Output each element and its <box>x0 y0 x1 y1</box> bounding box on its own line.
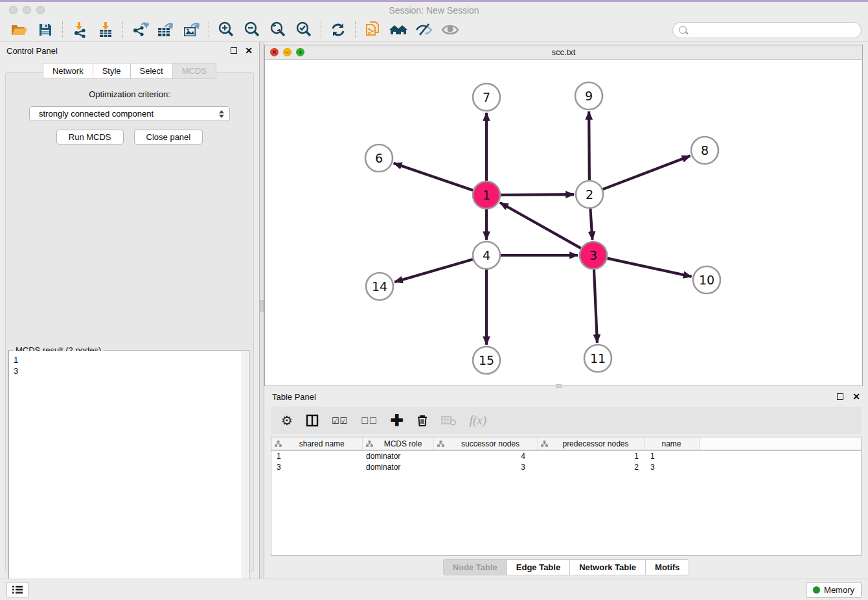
edge-3-10[interactable] <box>607 259 691 277</box>
table-cell[interactable]: 1 <box>271 450 362 461</box>
network-view-window: scc.txt ✕ − + 7968124314101511 <box>264 45 863 386</box>
tab-style[interactable]: Style <box>93 63 130 79</box>
close-table-panel-icon[interactable]: ✕ <box>852 392 860 401</box>
column-header-shared-name[interactable]: shared name <box>271 437 362 450</box>
node-4[interactable]: 4 <box>473 242 500 269</box>
edge-2-3[interactable] <box>590 209 592 240</box>
show-panels-button[interactable] <box>437 20 463 40</box>
node-8[interactable]: 8 <box>691 137 718 164</box>
table-settings-button[interactable]: ⚙ <box>281 413 293 428</box>
table-cell[interactable]: dominator <box>362 450 433 461</box>
tab-select[interactable]: Select <box>130 63 172 79</box>
export-network-button[interactable] <box>127 20 153 40</box>
add-column-button[interactable]: ✚ <box>391 413 404 428</box>
duplicate-network-button[interactable] <box>360 20 385 40</box>
edge-1-6[interactable] <box>394 163 473 190</box>
node-15[interactable]: 15 <box>473 347 500 374</box>
toolbar-separator <box>321 21 321 38</box>
zoom-fit-button[interactable] <box>265 20 291 40</box>
delete-table-button[interactable] <box>441 415 457 426</box>
splitter-grip[interactable] <box>260 300 264 312</box>
tab-edge-table[interactable]: Edge Table <box>507 559 569 575</box>
node-6[interactable]: 6 <box>365 144 393 172</box>
export-table-button[interactable] <box>153 20 179 40</box>
float-panel-icon[interactable] <box>231 47 237 54</box>
table-cell[interactable]: 3 <box>271 461 362 472</box>
vertical-splitter[interactable] <box>260 42 264 579</box>
edge-2-8[interactable] <box>603 156 691 190</box>
table-cell[interactable]: 2 <box>537 461 644 472</box>
refresh-button[interactable] <box>325 20 351 40</box>
search-box[interactable] <box>672 22 862 38</box>
node-10[interactable]: 10 <box>693 266 720 294</box>
svg-text:15: 15 <box>479 353 494 367</box>
delete-column-button[interactable] <box>417 414 428 427</box>
zoom-out-button[interactable] <box>239 20 265 40</box>
table-cell[interactable]: 4 <box>433 450 537 461</box>
toolbar-separator <box>209 21 209 38</box>
column-header-successor-nodes[interactable]: successor nodes <box>433 437 537 450</box>
table-row[interactable]: 1dominator411 <box>271 450 861 461</box>
node-3[interactable]: 3 <box>580 242 607 269</box>
node-1[interactable]: 1 <box>473 181 500 209</box>
edge-3-1[interactable] <box>500 203 581 248</box>
tab-node-table[interactable]: Node Table <box>443 559 507 575</box>
edge-1-2[interactable] <box>501 194 574 195</box>
zoom-selected-button[interactable] <box>291 20 317 40</box>
column-header-mcds-role[interactable]: MCDS role <box>362 437 433 450</box>
table-cell[interactable]: 3 <box>433 461 537 472</box>
eye-icon <box>440 23 460 37</box>
function-builder-button[interactable]: f(x) <box>470 413 486 428</box>
select-all-button[interactable]: ☑☑ <box>332 416 348 426</box>
node-9[interactable]: 9 <box>575 82 602 110</box>
zoom-in-button[interactable] <box>213 20 239 40</box>
edge-4-14[interactable] <box>394 259 473 282</box>
table-row[interactable]: 3dominator323 <box>271 461 861 472</box>
import-table-button[interactable] <box>93 20 119 40</box>
network-canvas[interactable]: 7968124314101511 <box>265 60 862 386</box>
save-session-button[interactable] <box>32 20 58 40</box>
close-panel-icon[interactable]: ✕ <box>245 46 253 55</box>
float-table-panel-icon[interactable] <box>837 393 843 400</box>
table-cell[interactable]: 1 <box>644 450 699 461</box>
column-header-predecessor-nodes[interactable]: predecessor nodes <box>537 437 644 450</box>
hide-panels-button[interactable] <box>411 20 437 40</box>
home-mcds-button[interactable] <box>385 20 411 40</box>
table-cell[interactable]: 1 <box>537 450 644 461</box>
node-7[interactable]: 7 <box>473 84 500 111</box>
zoom-selected-icon <box>295 21 313 39</box>
status-bar: Memory <box>0 579 868 600</box>
horizontal-splitter-grip[interactable] <box>556 384 562 388</box>
search-input[interactable] <box>691 25 855 35</box>
memory-button[interactable]: Memory <box>806 582 862 598</box>
table-cell[interactable]: dominator <box>362 461 433 472</box>
task-history-button[interactable] <box>6 582 29 597</box>
edge-2-9[interactable] <box>589 111 589 180</box>
show-columns-button[interactable] <box>306 414 319 427</box>
criterion-dropdown[interactable]: strongly connected component <box>29 106 230 121</box>
open-folder-icon <box>10 22 29 38</box>
open-session-button[interactable] <box>6 20 32 40</box>
result-scrollbar[interactable] <box>242 351 248 595</box>
export-image-button[interactable] <box>179 20 205 40</box>
tab-network-table[interactable]: Network Table <box>569 559 645 575</box>
import-network-button[interactable] <box>67 20 93 40</box>
table-cell[interactable]: 3 <box>644 461 699 472</box>
run-mcds-button[interactable]: Run MCDS <box>56 130 124 144</box>
network-graph[interactable]: 7968124314101511 <box>265 60 862 386</box>
mcds-result-list[interactable]: 1 3 <box>10 351 242 595</box>
node-table-container[interactable]: shared name MCDS role successor nodes pr… <box>271 437 862 556</box>
deselect-all-button[interactable]: ☐☐ <box>361 416 377 426</box>
tab-network[interactable]: Network <box>43 63 93 79</box>
edge-3-11[interactable] <box>594 270 597 343</box>
node-14[interactable]: 14 <box>366 273 393 300</box>
close-panel-button[interactable]: Close panel <box>134 130 203 144</box>
column-header-name[interactable]: name <box>644 437 699 450</box>
node-2[interactable]: 2 <box>576 181 603 208</box>
control-panel-title: Control Panel <box>6 46 58 56</box>
tab-motifs[interactable]: Motifs <box>645 559 689 575</box>
tab-mcds[interactable]: MCDS <box>172 63 216 79</box>
control-panel-tabs: Network Style Select MCDS <box>0 63 259 79</box>
mcds-result-line: 1 <box>14 355 238 366</box>
node-11[interactable]: 11 <box>584 345 611 372</box>
